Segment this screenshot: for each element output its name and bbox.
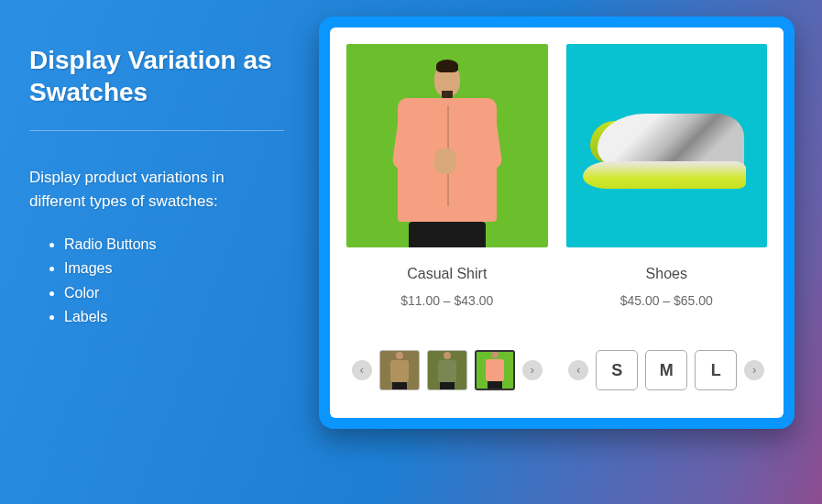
preview-card: Casual Shirt $11.00 – $43.00 ‹ › Shoes $… [319,16,795,429]
image-swatch-salmon[interactable] [475,350,515,390]
label-swatches: ‹ S M L › [566,350,768,390]
size-swatch-m[interactable]: M [645,350,687,390]
page-title: Display Variation as Swatches [29,44,284,108]
chevron-left-icon: ‹ [360,364,364,377]
product-price: $45.00 – $65.00 [566,293,768,308]
product-image-shirt[interactable] [346,44,548,247]
list-item: Color [64,281,284,305]
product-price: $11.00 – $43.00 [346,293,548,308]
swatch-types-list: Radio Buttons Images Color Labels [29,233,284,330]
swatch-prev-button[interactable]: ‹ [568,360,588,380]
image-swatches: ‹ › [346,350,548,390]
swatch-next-button[interactable]: › [522,360,543,380]
image-swatch-tan[interactable] [379,350,420,390]
size-swatch-s[interactable]: S [596,350,638,390]
chevron-right-icon: › [752,364,756,377]
swatch-prev-button[interactable]: ‹ [352,360,372,380]
divider [29,130,284,131]
product-shoes: Shoes $45.00 – $65.00 ‹ S M L › [566,44,768,405]
chevron-left-icon: ‹ [576,364,580,377]
description: Display product variations in different … [29,166,284,213]
image-swatch-olive[interactable] [427,350,467,390]
product-name: Shoes [566,266,768,282]
product-shirt: Casual Shirt $11.00 – $43.00 ‹ › [346,44,548,405]
list-item: Labels [64,305,284,329]
size-swatch-l[interactable]: L [695,350,737,390]
list-item: Radio Buttons [64,233,284,257]
list-item: Images [64,257,284,280]
swatch-next-button[interactable]: › [744,360,764,380]
product-name: Casual Shirt [346,266,548,282]
product-image-shoes[interactable] [566,44,768,247]
chevron-right-icon: › [531,364,534,377]
